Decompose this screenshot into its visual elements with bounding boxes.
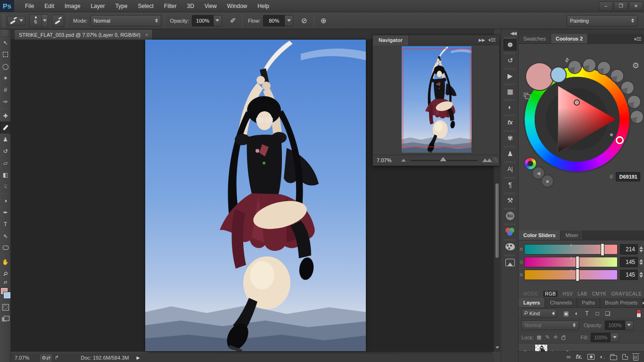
clone-stamp-tool[interactable]: ♟ — [0, 133, 11, 145]
flow-control[interactable]: 80% — [263, 15, 293, 26]
link-layers-icon[interactable]: ∞ — [567, 354, 571, 360]
menu-filter[interactable]: Filter — [159, 0, 182, 12]
color-swatches[interactable] — [0, 287, 11, 301]
options-bar-grip[interactable] — [2, 14, 5, 27]
navigator-thumbnail[interactable] — [402, 46, 471, 153]
green-stepper[interactable] — [639, 259, 643, 265]
layer-fill-value[interactable]: 100% — [591, 333, 611, 342]
dodge-tool[interactable]: ◑ — [0, 195, 11, 206]
layer-fill-dropdown[interactable] — [611, 333, 619, 342]
sv-selector[interactable] — [574, 99, 580, 106]
red-value-field[interactable]: 214 — [620, 244, 638, 255]
gear-icon[interactable]: ⚙ — [632, 61, 639, 71]
menu-3d[interactable]: 3D — [182, 0, 199, 12]
green-value-field[interactable]: 145 — [620, 257, 638, 267]
dock-library-button[interactable] — [501, 255, 519, 270]
copy-color-icon[interactable] — [524, 93, 528, 97]
share-icon[interactable]: ↱ — [55, 354, 59, 362]
brush-tool-preset-picker[interactable] — [7, 16, 25, 25]
blue-stepper[interactable] — [639, 272, 643, 278]
background-color-circle[interactable] — [551, 67, 566, 82]
close-document-icon[interactable]: × — [145, 32, 148, 38]
quick-mask-button[interactable] — [0, 301, 11, 313]
menu-layer[interactable]: Layer — [85, 0, 110, 12]
status-menu-arrow-icon[interactable]: ▶ — [136, 355, 140, 360]
red-slider[interactable] — [524, 244, 618, 255]
blue-slider[interactable] — [524, 270, 618, 280]
red-stepper[interactable] — [639, 247, 643, 252]
expand-dock-icon[interactable]: ◀◀ — [501, 29, 518, 37]
hex-value-field[interactable]: D69191 — [616, 172, 640, 181]
panel-resize-grip[interactable] — [492, 157, 498, 163]
status-zoom-field[interactable]: 7.07% — [15, 355, 36, 361]
navigator-zoom-slider[interactable] — [411, 160, 478, 161]
dock-clone-source-button[interactable]: ♟ — [501, 146, 519, 161]
menu-window[interactable]: Window — [222, 0, 253, 12]
pressure-size-button[interactable]: ⊕ — [317, 15, 330, 27]
rectangular-marquee-tool[interactable] — [0, 49, 11, 60]
hand-tool[interactable]: ✋ — [0, 256, 11, 268]
new-group-icon[interactable] — [610, 355, 617, 360]
filter-smart-objects-icon[interactable]: ❏ — [603, 310, 613, 317]
restore-button[interactable]: ❐ — [614, 1, 628, 11]
blue-value-field[interactable]: 145 — [620, 270, 638, 280]
tab-layers[interactable]: Layers — [519, 298, 545, 307]
brush-size-dropdown[interactable] — [41, 15, 48, 27]
navigator-view-box[interactable] — [403, 49, 471, 147]
history-brush-tool[interactable]: ↺ — [0, 145, 11, 157]
new-layer-icon[interactable] — [622, 354, 628, 360]
dock-palette-button[interactable] — [501, 239, 519, 255]
quick-selection-tool[interactable]: ✶ — [0, 72, 11, 84]
foreground-color-circle[interactable] — [526, 63, 553, 90]
color-scheme-slot[interactable] — [583, 59, 595, 71]
navigator-zoom-field[interactable]: 7.07% — [377, 157, 401, 163]
filter-type-layers-icon[interactable]: T — [582, 310, 592, 317]
spot-healing-brush-tool[interactable]: ✚ — [0, 110, 11, 122]
path-selection-tool[interactable]: ⇖ — [0, 230, 11, 242]
lock-pixels-icon[interactable]: ✎ — [545, 334, 550, 340]
document-tab[interactable]: STRIKE_FLAT_003.psd @ 7.07% (Layer 0, RG… — [14, 29, 153, 40]
dock-extensions-tools-button[interactable]: ⚒ — [501, 192, 519, 208]
canvas-image[interactable] — [145, 40, 366, 351]
opacity-value[interactable]: 100% — [192, 15, 214, 26]
dock-styles-button[interactable]: fx — [501, 115, 519, 130]
navigator-tab[interactable]: Navigator — [373, 35, 409, 45]
filter-toggle-switch[interactable] — [636, 309, 641, 318]
layer-style-icon[interactable]: fx. — [576, 354, 582, 360]
zoom-in-icon[interactable] — [487, 158, 492, 162]
mode-lab[interactable]: LAB — [578, 291, 587, 296]
dock-paragraph-button[interactable]: ¶ — [501, 177, 519, 192]
screen-mode-button[interactable] — [0, 313, 11, 325]
tab-paths[interactable]: Paths — [577, 298, 600, 307]
menu-select[interactable]: Select — [132, 0, 158, 12]
minimize-button[interactable]: – — [599, 1, 613, 11]
dock-character-button[interactable]: A| — [501, 161, 519, 177]
sync-settings-icon[interactable]: ⚙⇄ — [40, 354, 52, 362]
filter-shape-layers-icon[interactable]: □ — [592, 310, 603, 317]
close-button[interactable]: ✕ — [629, 1, 643, 11]
new-adjustment-layer-icon[interactable]: ◐. — [600, 354, 605, 360]
pen-tool[interactable]: ✒ — [0, 206, 11, 218]
tab-swatches[interactable]: Swatches — [519, 34, 551, 43]
red-slider-thumb[interactable] — [601, 243, 604, 256]
menu-type[interactable]: Type — [110, 0, 132, 12]
navigator-zoom-slider-thumb[interactable] — [440, 157, 446, 161]
opacity-dropdown[interactable] — [214, 15, 222, 26]
opacity-control[interactable]: 100% — [192, 15, 222, 26]
tab-channels[interactable]: Channels — [545, 298, 577, 307]
filter-kind-select[interactable]: ⚲ Kind — [521, 309, 557, 318]
crop-tool[interactable]: # — [0, 84, 11, 96]
tab-color-sliders[interactable]: Color Sliders — [519, 230, 561, 240]
filter-pixel-layers-icon[interactable]: ▣ — [561, 310, 571, 317]
add-layer-mask-icon[interactable] — [587, 354, 594, 360]
menu-help[interactable]: Help — [252, 0, 274, 12]
gradient-tool[interactable]: ◧ — [0, 169, 11, 181]
color-scheme-slot[interactable] — [628, 96, 640, 108]
layer-opacity-dropdown[interactable] — [625, 321, 634, 330]
layer-opacity-control[interactable]: 100% — [605, 321, 633, 330]
panel-menu-icon[interactable] — [489, 38, 495, 42]
dock-brush-button[interactable]: ✾ — [501, 130, 519, 146]
color-scheme-slot[interactable] — [598, 62, 610, 74]
blend-mode-select[interactable]: Normal — [91, 15, 161, 26]
pressure-opacity-button[interactable]: ✐ — [227, 15, 239, 27]
